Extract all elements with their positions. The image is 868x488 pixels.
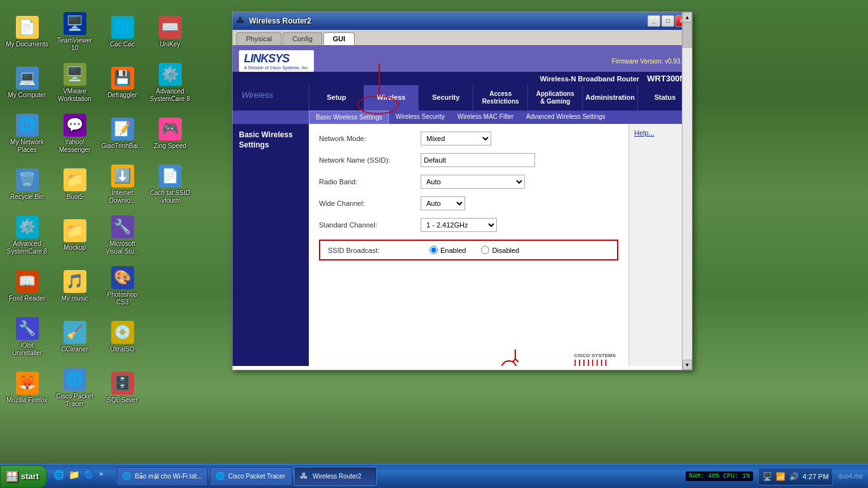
sub-nav-advanced[interactable]: Advanced Wireless Settings [520,111,612,124]
router-product-label: Wireless [233,85,309,111]
icon-zing-speed-label: Zing Speed [154,142,186,150]
ram-info-text: RAM: 46% CPU: 1% [689,473,750,480]
router-content: LINKSYS A Division of Cisco Systems, Inc… [233,46,692,366]
nav-setup[interactable]: Setup [309,85,363,111]
left-panel: Basic Wireless Settings [233,124,309,366]
icon-my-network[interactable]: 🌐 My Network Places [3,108,51,159]
icon-firefox[interactable]: 🦊 Mozilla Firefox [3,362,51,413]
taskbar-item-cisco[interactable]: 🌐 Cisco Packet Tracer [210,467,292,486]
ql-arrow-icon[interactable]: » [99,470,113,484]
icon-ms-visual[interactable]: 🔧 Microsoft Visual Stu... [98,210,146,261]
start-button[interactable]: 🪟 start [0,465,47,488]
tab-physical[interactable]: Physical [236,32,281,45]
tab-gui[interactable]: GUI [323,32,355,45]
scroll-thumb[interactable] [682,46,692,48]
window-icon: 🖧 [236,16,247,26]
icon-my-documents[interactable]: 📄 My Documents [3,6,51,57]
ssid-disabled-option[interactable]: Disabled [481,246,519,254]
icon-internet-dl[interactable]: ⬇️ Internet Downlo... [98,159,146,210]
wide-channel-label: Wide Channel: [319,200,421,207]
baove-icon: 🌐 [122,471,132,482]
icon-my-music[interactable]: 🎵 My music [51,261,98,311]
sub-nav-mac[interactable]: Wireless MAC Filter [451,111,520,124]
scrollbar[interactable]: ▲ ▼ [682,46,692,366]
ssid-enabled-radio[interactable] [430,246,438,254]
tab-config[interactable]: Config [283,32,322,45]
ssid-broadcast-control: Enabled Disabled [430,246,532,254]
maximize-button[interactable]: □ [661,15,674,27]
nav-administration[interactable]: Administration [582,85,637,111]
icon-advanced-systemcare[interactable]: ⚙️ Advanced SystemCare 8 [3,210,51,261]
nav-wireless[interactable]: Wireless [363,85,418,111]
ql-ie-icon[interactable]: 🌐 [53,470,67,484]
icon-mockup[interactable]: 📁 Mockup [51,210,98,261]
radio-band-select[interactable]: Auto Wide - 40MHz Channel Standard - 20M… [421,175,525,189]
icon-adv-sc-label: Advanced SystemCare 8 [6,240,48,255]
icon-ms-visual-label: Microsoft Visual Stu... [101,240,144,255]
icon-recycle-bin-label: Recycle Bin [10,193,44,201]
ssid-disabled-radio[interactable] [481,246,489,254]
linksys-logo: LINKSYS A Division of Cisco Systems, Inc… [239,50,314,72]
icon-adv-sc8[interactable]: ⚙️ Advanced SystemCare 8 [146,57,194,108]
icon-coc-coc-label: Cốc Cốc [110,41,135,48]
icon-my-computer[interactable]: 💻 My Computer [3,57,51,108]
taskbar-item-baove[interactable]: 🌐 Bảo mật cho Wi-Fi tốt... [116,467,208,486]
network-mode-select[interactable]: Mixed Wireless-N Only Wireless-G Only Wi… [421,132,491,146]
icon-vmware[interactable]: 🖥️ VMware Workstation [51,57,98,108]
ssid-enabled-option[interactable]: Enabled [430,246,466,254]
desktop-icons-container: 📄 My Documents 💻 My Computer 🌐 My Networ… [0,0,203,464]
nav-security[interactable]: Security [418,85,473,111]
icon-foxit[interactable]: 📖 Foxit Reader [3,261,51,311]
form-row-standard-channel: Standard Channel: 1 - 2.412GHz 2 - 2.417… [319,218,618,232]
wide-channel-select[interactable]: Auto [421,196,465,210]
icon-photoshop[interactable]: 🎨 Photoshop CS3 [98,261,146,311]
icon-yahoo[interactable]: 💬 Yahoo! Messenger [51,108,98,159]
ssid-disabled-label: Disabled [492,247,519,254]
taskbar-item-cisco-label: Cisco Packet Tracer [228,473,285,480]
icon-recycle-bin[interactable]: 🗑️ Recycle Bin [3,159,51,210]
icon-ccleaner[interactable]: 🧹 CCleaner [51,311,98,362]
icon-coc-coc[interactable]: 🌐 Cốc Cốc [98,6,146,57]
standard-channel-select[interactable]: 1 - 2.412GHz 2 - 2.417GHz 3 - 2.422GHz [421,218,497,232]
sub-nav-basic[interactable]: Basic Wireless Settings [309,111,389,124]
icon-unikey[interactable]: ⌨️ UniKey [146,6,194,57]
product-model: WRT300N [647,74,686,83]
nav-applications[interactable]: Applications& Gaming [527,85,582,111]
nav-access[interactable]: AccessRestrictions [473,85,527,111]
ql-ie2-icon[interactable]: 🔵 [84,470,98,484]
icon-cisco-tracer[interactable]: 🌐 Cisco Packet Tracer [51,362,98,413]
icon-sql-server[interactable]: 🗄️ SQL Sever [98,362,146,413]
taskbar-item-router-label: Wireless Router2 [313,473,362,480]
ql-folder-icon[interactable]: 📁 [69,470,83,484]
scroll-track[interactable] [682,46,692,360]
network-name-control [421,153,535,167]
icon-yahoo-label: Yahoo! Messenger [53,139,96,154]
cisco-taskbar-icon: 🌐 [215,471,226,482]
minimize-button[interactable]: _ [648,15,660,27]
icon-ccleaner-label: CCleaner [61,346,88,353]
window-tabs: Physical Config GUI [233,30,692,46]
icon-defraggler[interactable]: 💾 Defraggler [98,57,146,108]
scroll-down-arrow[interactable]: ▼ [682,360,692,366]
network-mode-label: Network Mode: [319,135,421,142]
router-taskbar-icon: 🖧 [300,471,310,482]
router-window: 🖧 Wireless Router2 _ □ ✕ Physical Config… [232,11,693,370]
icon-zing-speed[interactable]: 🎮 Zing Speed [146,108,194,159]
network-name-input[interactable] [421,153,535,167]
icon-teamviewer[interactable]: 🖥️ TeamViewer 10 [51,6,98,57]
main-panel: Basic Wireless Settings Network Mode: Mi… [233,124,692,366]
ssid-broadcast-label: SSID Broadcast: [328,247,430,254]
icon-cach-tat[interactable]: 📄 Cach tat SSID -vfourm [146,159,194,210]
icon-giao-trinh[interactable]: 📝 GiaoTrinhBai... [98,108,146,159]
icon-adv-sc8-label: Advanced SystemCare 8 [149,88,191,103]
icon-ultraiso[interactable]: 💿 UltraISO [98,311,146,362]
ssid-broadcast-row: SSID Broadcast: Enabled Disabled [319,240,618,261]
help-link[interactable]: Help... [634,129,654,137]
sub-nav-security[interactable]: Wireless Security [389,111,451,124]
icon-my-music-label: My music [61,295,88,302]
icon-my-network-label: My Network Places [6,139,48,154]
icon-iobit[interactable]: 🔧 IObit Uninstaller [3,311,51,362]
tray-monitor-icon: 🖥️ [763,472,772,481]
icon-buoi5[interactable]: 📁 Buoi5 [51,159,98,210]
taskbar-item-router[interactable]: 🖧 Wireless Router2 [294,467,377,486]
